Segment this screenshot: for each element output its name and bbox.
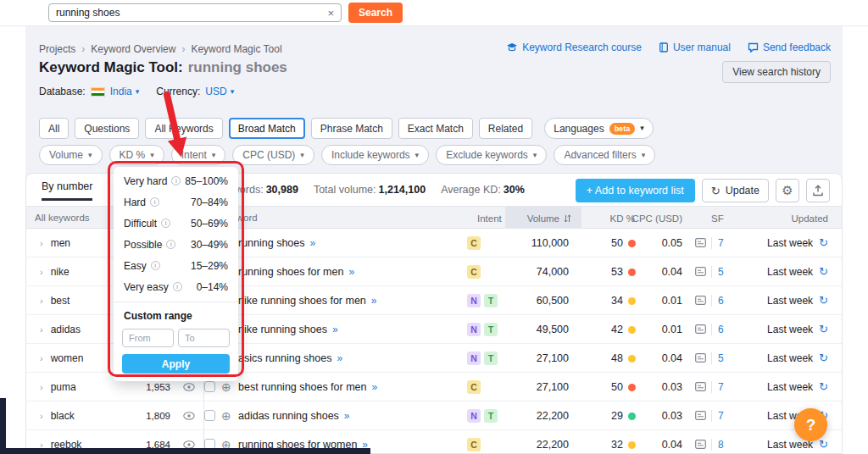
add-keyword-icon[interactable]: ⊕ — [221, 410, 238, 422]
chevron-right-icon: › — [40, 324, 43, 335]
kd-option[interactable]: Very easy i 0–14% — [114, 276, 238, 297]
database-value: India — [110, 86, 132, 97]
match-tab-all-keywords[interactable]: All Keywords — [145, 118, 222, 139]
row-checkbox[interactable] — [204, 381, 215, 392]
refresh-icon[interactable]: ↻ — [819, 266, 828, 277]
tab-by-number[interactable]: By number — [42, 180, 92, 201]
sf-count-link[interactable]: 7 — [711, 237, 724, 249]
help-button[interactable]: ? — [794, 408, 827, 441]
serp-snapshot-icon[interactable] — [689, 267, 711, 276]
info-icon: i — [166, 240, 175, 249]
keyword-link[interactable]: nike running shoes » — [238, 324, 467, 335]
kd-option[interactable]: Very hard i 85–100% — [114, 170, 238, 191]
group-label: puma — [51, 381, 139, 393]
export-button[interactable] — [806, 179, 830, 202]
serp-snapshot-icon[interactable] — [689, 440, 711, 449]
filter-label: Advanced filters — [564, 149, 636, 161]
search-button[interactable]: Search — [348, 3, 403, 23]
match-tab-exact-match[interactable]: Exact Match — [398, 118, 473, 139]
filter-include-keywords[interactable]: Include keywords▾ — [321, 145, 429, 165]
breadcrumb-keyword-magic-tool[interactable]: Keyword Magic Tool — [191, 43, 281, 55]
sf-count-link[interactable]: 7 — [711, 381, 724, 393]
eye-icon[interactable] — [183, 412, 195, 420]
breadcrumb-keyword-overview[interactable]: Keyword Overview — [91, 43, 175, 55]
refresh-icon[interactable]: ↻ — [819, 324, 828, 335]
keyword-link[interactable]: adidas running shoes » — [238, 410, 467, 422]
sf-count-link[interactable]: 6 — [711, 295, 724, 307]
breadcrumb-projects[interactable]: Projects — [39, 43, 75, 55]
database-selector[interactable]: India ▾ — [110, 86, 140, 97]
refresh-icon[interactable]: ↻ — [819, 237, 828, 248]
table-actions: + Add to keyword list ↻ Update ⚙ — [576, 179, 830, 202]
chevron-down-icon: ▾ — [642, 152, 646, 159]
serp-snapshot-icon[interactable] — [689, 411, 711, 420]
serp-snapshot-icon[interactable] — [689, 324, 711, 334]
currency-label: Currency: — [156, 86, 200, 97]
refresh-icon[interactable]: ↻ — [819, 439, 828, 450]
match-tab-broad-match[interactable]: Broad Match — [229, 118, 305, 139]
serp-snapshot-icon[interactable] — [689, 353, 711, 363]
clear-search-icon[interactable]: × — [327, 7, 334, 19]
refresh-icon[interactable]: ↻ — [819, 381, 828, 392]
window-edge — [0, 448, 370, 454]
match-tab-phrase-match[interactable]: Phrase Match — [311, 118, 392, 139]
kd-from-input[interactable] — [122, 329, 174, 347]
kd-apply-button[interactable]: Apply — [122, 354, 230, 374]
filter-volume[interactable]: Volume▾ — [39, 145, 103, 165]
search-input[interactable] — [56, 7, 327, 19]
kd-option-range: 70–84% — [191, 197, 228, 208]
serp-snapshot-icon[interactable] — [689, 382, 711, 391]
filter-exclude-keywords[interactable]: Exclude keywords▾ — [436, 145, 547, 165]
kd-option[interactable]: Hard i 70–84% — [114, 191, 238, 213]
filter-advanced-filters[interactable]: Advanced filters▾ — [554, 145, 655, 165]
serp-snapshot-icon[interactable] — [689, 296, 711, 305]
kd-difficulty-dot — [628, 297, 636, 305]
keyword-link[interactable]: nike running shoes for men » — [238, 295, 467, 307]
row-checkbox[interactable] — [204, 410, 215, 421]
match-tab-questions[interactable]: Questions — [75, 118, 139, 139]
sidebar-group-row[interactable]: › black 1,809 — [26, 401, 203, 430]
match-tab-related[interactable]: Related — [479, 118, 532, 139]
kd-option[interactable]: Possible i 30–49% — [114, 234, 238, 255]
sf-count-link[interactable]: 5 — [711, 352, 724, 364]
group-count: 1,953 — [146, 382, 170, 392]
info-icon: i — [150, 197, 159, 207]
keyword-link[interactable]: asics running shoes » — [238, 352, 467, 364]
refresh-icon[interactable]: ↻ — [819, 295, 828, 306]
sf-count-link[interactable]: 5 — [711, 266, 724, 278]
add-keyword-icon[interactable]: ⊕ — [221, 381, 238, 393]
update-button[interactable]: ↻ Update — [702, 179, 769, 202]
kd-to-input[interactable] — [178, 329, 230, 347]
sf-count-link[interactable]: 7 — [711, 410, 724, 422]
settings-button[interactable]: ⚙ — [776, 179, 799, 202]
view-search-history-button[interactable]: View search history — [722, 61, 831, 83]
filter-intent[interactable]: Intent▾ — [171, 145, 226, 165]
languages-dropdown[interactable]: Languages beta ▾ — [544, 118, 653, 139]
intent-badges: NT — [467, 409, 518, 423]
kd-option[interactable]: Easy i 15–29% — [114, 255, 238, 276]
refresh-icon[interactable]: ↻ — [819, 352, 828, 363]
keyword-link[interactable]: running shoes » — [238, 237, 467, 249]
filter-cpc-usd[interactable]: CPC (USD)▾ — [232, 145, 314, 165]
sf-count-link[interactable]: 6 — [711, 324, 724, 335]
add-to-keyword-list-button[interactable]: + Add to keyword list — [576, 179, 695, 202]
keyword-link[interactable]: running shoes for men » — [238, 266, 467, 278]
send-feedback-link[interactable]: Send feedback — [748, 42, 831, 53]
keyword-text: running shoes for men — [238, 266, 343, 278]
currency-selector[interactable]: USD ▾ — [205, 86, 234, 97]
user-manual-link[interactable]: User manual — [659, 42, 731, 53]
eye-icon[interactable] — [183, 440, 195, 449]
kd-option[interactable]: Difficult i 50–69% — [114, 213, 238, 234]
sf-count-link[interactable]: 8 — [711, 439, 724, 451]
keyword-research-course-link[interactable]: Keyword Research course — [506, 42, 642, 53]
keywords-count-value: 30,989 — [266, 184, 298, 196]
keyword-link[interactable]: best running shoes for men » — [238, 381, 467, 393]
updated-text: Last week — [767, 237, 813, 249]
match-tab-all[interactable]: All — [39, 118, 69, 139]
eye-icon[interactable] — [183, 383, 195, 391]
kd-value: 53 — [569, 266, 623, 278]
database-label: Database: — [39, 86, 86, 97]
kd-value: 42 — [569, 324, 623, 335]
filter-kd[interactable]: KD %▾ — [109, 145, 164, 165]
serp-snapshot-icon[interactable] — [689, 238, 711, 247]
